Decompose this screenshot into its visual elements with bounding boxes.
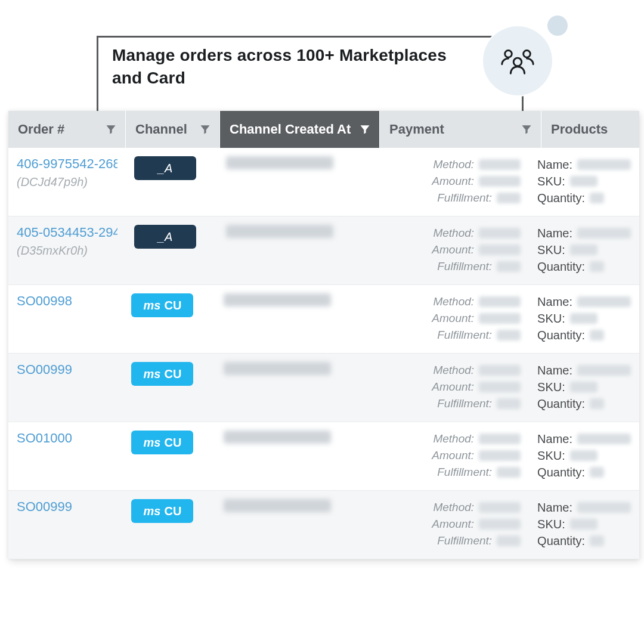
- column-header-payment[interactable]: Payment: [380, 111, 541, 148]
- order-cell: SO01000: [8, 422, 123, 490]
- created-cell: [215, 285, 371, 353]
- created-at-value: [224, 362, 331, 375]
- product-cell: Name:SKU:Quantity:: [529, 422, 639, 490]
- created-cell: [215, 354, 371, 422]
- payment-cell: Method:Amount:Fulfillment:: [371, 285, 530, 353]
- channel-badge[interactable]: msCU: [131, 362, 193, 386]
- payment-fulfillment: [497, 193, 521, 203]
- column-header-product[interactable]: Products: [541, 111, 639, 148]
- channel-cell: _A: [126, 148, 218, 216]
- payment-cell: Method:Amount:Fulfillment:: [371, 491, 530, 559]
- product-sku: [570, 176, 597, 187]
- product-name: [577, 434, 631, 444]
- table-row: SO00999msCUMethod:Amount:Fulfillment:Nam…: [8, 354, 639, 422]
- product-qty: [590, 261, 604, 272]
- channel-cell: msCU: [123, 491, 215, 559]
- channel-badge[interactable]: msCU: [131, 293, 193, 317]
- order-cell: SO00998: [8, 285, 123, 353]
- created-at-value: [224, 431, 331, 444]
- order-id-link[interactable]: 406-9975542-26811: [17, 156, 117, 172]
- table-row: SO00999msCUMethod:Amount:Fulfillment:Nam…: [8, 491, 639, 559]
- svg-point-1: [505, 51, 512, 58]
- order-cell: 405-0534453-29499(D35mxKr0h): [8, 216, 126, 284]
- channel-badge[interactable]: msCU: [131, 499, 193, 523]
- created-at-value: [224, 499, 331, 512]
- order-cell: 406-9975542-26811(DCJd47p9h): [8, 148, 126, 216]
- svg-point-2: [524, 51, 531, 58]
- created-at-value: [224, 293, 331, 306]
- product-sku: [570, 244, 597, 255]
- product-cell: Name:SKU:Quantity:: [529, 148, 639, 216]
- payment-amount: [479, 313, 521, 324]
- product-name: [577, 296, 631, 307]
- order-ref: (DCJd47p9h): [17, 175, 117, 189]
- table-row: SO00998msCUMethod:Amount:Fulfillment:Nam…: [8, 285, 639, 354]
- created-cell: [215, 491, 371, 559]
- channel-cell: msCU: [123, 354, 215, 422]
- payment-fulfillment: [497, 330, 521, 340]
- payment-fulfillment: [497, 467, 521, 478]
- payment-cell: Method:Amount:Fulfillment:: [372, 148, 529, 216]
- created-at-value: [226, 225, 333, 238]
- table-row: 406-9975542-26811(DCJd47p9h)_AMethod:Amo…: [8, 148, 639, 216]
- product-name: [577, 365, 631, 376]
- payment-amount: [479, 176, 521, 187]
- payment-amount: [479, 382, 521, 392]
- order-cell: SO00999: [8, 491, 123, 559]
- payment-fulfillment: [497, 535, 521, 546]
- column-header-created[interactable]: Channel Created At: [220, 111, 380, 148]
- decorative-bubble: [547, 16, 568, 36]
- product-cell: Name:SKU:Quantity:: [529, 491, 639, 559]
- table-row: SO01000msCUMethod:Amount:Fulfillment:Nam…: [8, 422, 639, 491]
- channel-badge[interactable]: _A: [134, 225, 196, 249]
- table-header: Order #ChannelChannel Created AtPaymentP…: [8, 111, 639, 148]
- created-cell: [218, 148, 373, 216]
- payment-method: [479, 159, 521, 170]
- order-id-link[interactable]: 405-0534453-29499: [17, 225, 117, 240]
- payment-method: [479, 434, 521, 444]
- product-qty: [590, 330, 604, 340]
- channel-badge[interactable]: msCU: [131, 431, 193, 454]
- order-id-link[interactable]: SO00999: [17, 362, 114, 377]
- payment-amount: [479, 244, 521, 255]
- payment-method: [479, 365, 521, 376]
- order-id-link[interactable]: SO00998: [17, 293, 114, 309]
- product-sku: [570, 313, 597, 324]
- order-ref: (D35mxKr0h): [17, 244, 117, 258]
- order-cell: SO00999: [8, 354, 123, 422]
- product-qty: [590, 193, 604, 203]
- created-cell: [218, 216, 373, 284]
- payment-amount: [479, 519, 521, 530]
- table-row: 405-0534453-29499(D35mxKr0h)_AMethod:Amo…: [8, 216, 639, 285]
- payment-method: [479, 502, 521, 513]
- product-sku: [570, 519, 597, 530]
- created-at-value: [226, 156, 333, 169]
- payment-method: [479, 228, 521, 239]
- product-qty: [590, 398, 604, 409]
- payment-fulfillment: [497, 261, 521, 272]
- product-cell: Name:SKU:Quantity:: [529, 354, 639, 422]
- order-id-link[interactable]: SO00999: [17, 499, 114, 515]
- payment-method: [479, 296, 521, 307]
- product-cell: Name:SKU:Quantity:: [529, 216, 639, 284]
- payment-cell: Method:Amount:Fulfillment:: [371, 354, 530, 422]
- payment-amount: [479, 450, 521, 461]
- channel-cell: msCU: [123, 422, 215, 490]
- column-header-channel[interactable]: Channel: [126, 111, 220, 148]
- payment-cell: Method:Amount:Fulfillment:: [372, 216, 529, 284]
- orders-table: Order #ChannelChannel Created AtPaymentP…: [8, 111, 639, 559]
- payment-cell: Method:Amount:Fulfillment:: [371, 422, 530, 490]
- product-qty: [590, 535, 604, 546]
- product-qty: [590, 467, 604, 478]
- product-sku: [570, 450, 597, 461]
- product-name: [577, 228, 631, 239]
- order-id-link[interactable]: SO01000: [17, 431, 114, 446]
- product-name: [577, 159, 631, 170]
- product-name: [577, 502, 631, 513]
- channel-cell: msCU: [123, 285, 215, 353]
- product-sku: [570, 382, 597, 392]
- column-header-order[interactable]: Order #: [8, 111, 126, 148]
- channel-cell: _A: [126, 216, 218, 284]
- callout-title: Manage orders across 100+ Marketplaces a…: [112, 44, 477, 89]
- channel-badge[interactable]: _A: [134, 156, 196, 180]
